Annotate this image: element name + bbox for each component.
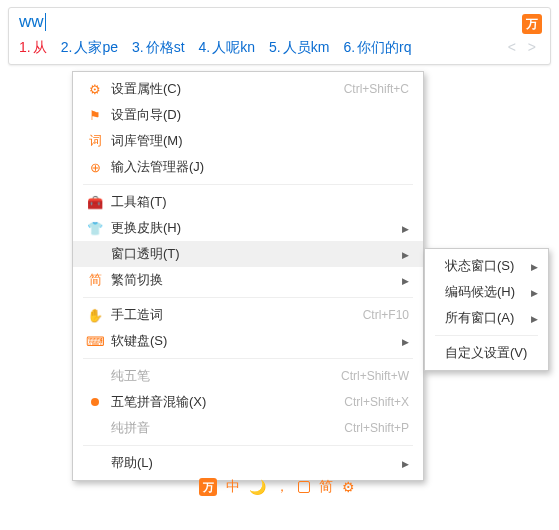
candidate-3[interactable]: 3.价格st (132, 39, 185, 57)
submenu-coded-candidates[interactable]: 编码候选(H) (425, 279, 548, 305)
submenu-arrow-icon (531, 312, 538, 324)
shirt-icon: 👕 (85, 221, 105, 236)
separator (83, 358, 413, 359)
jian-icon: 简 (85, 271, 105, 289)
submenu-arrow-icon (402, 248, 409, 260)
menu-toolbox[interactable]: 🧰 工具箱(T) (73, 189, 423, 215)
submenu-arrow-icon (402, 222, 409, 234)
toolbar-logo-icon[interactable]: 万 (199, 478, 217, 496)
menu-setup-wizard[interactable]: ⚑ 设置向导(D) (73, 102, 423, 128)
ime-input-row: ww (9, 8, 550, 34)
toolbar-cn-mode[interactable]: 中 (226, 478, 240, 496)
hand-icon: ✋ (85, 308, 105, 323)
context-menu: ⚙ 设置属性(C) Ctrl+Shift+C ⚑ 设置向导(D) 词 词库管理(… (72, 71, 424, 481)
submenu-arrow-icon (402, 335, 409, 347)
separator (83, 445, 413, 446)
menu-pure-wubi[interactable]: 纯五笔 Ctrl+Shift+W (73, 363, 423, 389)
ime-composition: ww (19, 12, 44, 32)
ime-bar: ww 万 1.从 2.人家pe 3.价格st 4.人呢kn 5.人员km 6.你… (8, 7, 551, 65)
dictionary-icon: 词 (85, 132, 105, 150)
submenu-all-windows[interactable]: 所有窗口(A) (425, 305, 548, 331)
menu-ime-manager[interactable]: ⊕ 输入法管理器(J) (73, 154, 423, 180)
toolbar-moon-icon[interactable]: 🌙 (249, 479, 266, 495)
menu-window-transparent[interactable]: 窗口透明(T) (73, 241, 423, 267)
menu-set-attributes[interactable]: ⚙ 设置属性(C) Ctrl+Shift+C (73, 76, 423, 102)
menu-change-skin[interactable]: 👕 更换皮肤(H) (73, 215, 423, 241)
ime-logo-icon: 万 (522, 14, 542, 34)
submenu-arrow-icon (402, 457, 409, 469)
candidate-1[interactable]: 1.从 (19, 39, 47, 57)
toolbox-icon: 🧰 (85, 195, 105, 210)
menu-dictionary[interactable]: 词 词库管理(M) (73, 128, 423, 154)
keyboard-icon: ⌨ (85, 334, 105, 349)
gear-icon: ⚙ (85, 82, 105, 97)
menu-help[interactable]: 帮助(L) (73, 450, 423, 476)
toolbar-punctuation-icon[interactable]: ， (275, 478, 289, 496)
toolbar-square-icon[interactable] (298, 481, 310, 493)
ime-toolbar[interactable]: 万 中 🌙 ， 简 ⚙ (199, 478, 355, 496)
menu-pure-pinyin[interactable]: 纯拼音 Ctrl+Shift+P (73, 415, 423, 441)
menu-soft-keyboard[interactable]: ⌨ 软键盘(S) (73, 328, 423, 354)
candidate-4[interactable]: 4.人呢kn (199, 39, 255, 57)
submenu-status-window[interactable]: 状态窗口(S) (425, 253, 548, 279)
submenu-arrow-icon (531, 260, 538, 272)
candidate-6[interactable]: 6.你们的rq (343, 39, 411, 57)
candidate-list: 1.从 2.人家pe 3.价格st 4.人呢kn 5.人员km 6.你们的rq … (9, 34, 550, 64)
submenu-custom-settings[interactable]: 自定义设置(V) (425, 340, 548, 366)
menu-trad-simp[interactable]: 简 繁简切换 (73, 267, 423, 293)
bullet-icon (85, 398, 105, 406)
separator (83, 184, 413, 185)
submenu-arrow-icon (402, 274, 409, 286)
text-caret (45, 13, 46, 31)
flag-icon: ⚑ (85, 108, 105, 123)
separator (435, 335, 538, 336)
candidate-pager[interactable]: < > (508, 39, 540, 55)
globe-icon: ⊕ (85, 160, 105, 175)
toolbar-settings-icon[interactable]: ⚙ (342, 479, 355, 495)
transparency-submenu: 状态窗口(S) 编码候选(H) 所有窗口(A) 自定义设置(V) (424, 248, 549, 371)
submenu-arrow-icon (531, 286, 538, 298)
menu-manual-word[interactable]: ✋ 手工造词 Ctrl+F10 (73, 302, 423, 328)
separator (83, 297, 413, 298)
candidate-2[interactable]: 2.人家pe (61, 39, 118, 57)
menu-wubi-pinyin-mix[interactable]: 五笔拼音混输(X) Ctrl+Shift+X (73, 389, 423, 415)
toolbar-jianti-icon[interactable]: 简 (319, 478, 333, 496)
candidate-5[interactable]: 5.人员km (269, 39, 329, 57)
